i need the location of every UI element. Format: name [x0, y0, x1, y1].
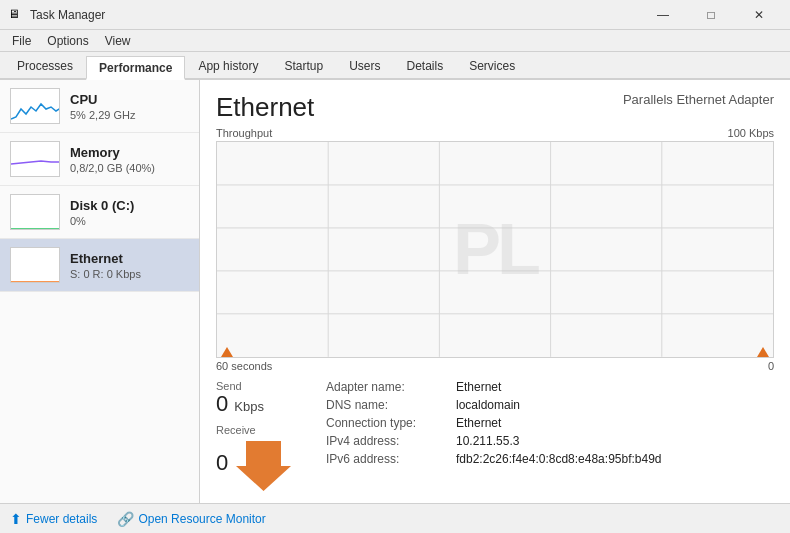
ethernet-info: Ethernet S: 0 R: 0 Kbps — [70, 251, 189, 280]
connection-val: Ethernet — [456, 416, 501, 430]
tab-app-history[interactable]: App history — [185, 54, 271, 78]
menu-file[interactable]: File — [4, 32, 39, 50]
fewer-details-label: Fewer details — [26, 512, 97, 526]
titlebar: 🖥 Task Manager — □ ✕ — [0, 0, 790, 30]
app-title: Task Manager — [30, 8, 640, 22]
menu-view[interactable]: View — [97, 32, 139, 50]
sidebar-item-cpu[interactable]: CPU 5% 2,29 GHz — [0, 80, 199, 133]
info-table: Adapter name: Ethernet DNS name: localdo… — [326, 380, 774, 470]
tab-performance[interactable]: Performance — [86, 56, 185, 80]
graph-time-labels: 60 seconds 0 — [216, 360, 774, 372]
ethernet-thumb — [10, 247, 60, 283]
memory-sublabel: 0,8/2,0 GB (40%) — [70, 162, 189, 174]
memory-mini-graph — [11, 142, 60, 177]
graph-marker-right — [757, 347, 769, 357]
detail-title: Ethernet — [216, 92, 314, 123]
disk-info: Disk 0 (C:) 0% — [70, 198, 189, 227]
cpu-mini-graph — [11, 89, 60, 124]
info-row-adapter: Adapter name: Ethernet — [326, 380, 774, 394]
dns-key: DNS name: — [326, 398, 456, 412]
open-resource-monitor-label: Open Resource Monitor — [138, 512, 265, 526]
time-right-label: 0 — [768, 360, 774, 372]
ipv4-key: IPv4 address: — [326, 434, 456, 448]
disk-sublabel: 0% — [70, 215, 189, 227]
memory-info: Memory 0,8/2,0 GB (40%) — [70, 145, 189, 174]
info-row-ipv6: IPv6 address: fdb2:2c26:f4e4:0:8cd8:e48a… — [326, 452, 774, 466]
sidebar-item-disk[interactable]: Disk 0 (C:) 0% — [0, 186, 199, 239]
send-unit: Kbps — [234, 399, 264, 414]
info-row-dns: DNS name: localdomain — [326, 398, 774, 412]
stats-column: Send 0 Kbps Receive 0 — [216, 380, 296, 491]
cpu-info: CPU 5% 2,29 GHz — [70, 92, 189, 121]
tabbar: Processes Performance App history Startu… — [0, 52, 790, 80]
menubar: File Options View — [0, 30, 790, 52]
ipv4-val: 10.211.55.3 — [456, 434, 519, 448]
graph-labels: Throughput 100 Kbps — [216, 127, 774, 139]
adapter-val: Ethernet — [456, 380, 501, 394]
scale-label: 100 Kbps — [728, 127, 774, 139]
tab-services[interactable]: Services — [456, 54, 528, 78]
detail-panel: Ethernet Parallels Ethernet Adapter Thro… — [200, 80, 790, 503]
sidebar: CPU 5% 2,29 GHz Memory 0,8/2,0 GB (40%) — [0, 80, 200, 503]
adapter-key: Adapter name: — [326, 380, 456, 394]
bottombar: ⬆ Fewer details 🔗 Open Resource Monitor — [0, 503, 790, 533]
svg-rect-2 — [11, 195, 60, 230]
graph-svg — [217, 142, 773, 357]
resource-monitor-icon: 🔗 — [117, 511, 134, 527]
send-value: 0 Kbps — [216, 392, 296, 416]
sidebar-item-memory[interactable]: Memory 0,8/2,0 GB (40%) — [0, 133, 199, 186]
ethernet-sublabel: S: 0 R: 0 Kbps — [70, 268, 189, 280]
cpu-thumb — [10, 88, 60, 124]
ethernet-label: Ethernet — [70, 251, 189, 266]
svg-rect-3 — [11, 248, 60, 283]
tab-users[interactable]: Users — [336, 54, 393, 78]
adapter-name-display: Parallels Ethernet Adapter — [623, 92, 774, 107]
minimize-button[interactable]: — — [640, 0, 686, 30]
fewer-details-link[interactable]: ⬆ Fewer details — [10, 511, 97, 527]
sidebar-item-ethernet[interactable]: Ethernet S: 0 R: 0 Kbps — [0, 239, 199, 292]
detail-header: Ethernet Parallels Ethernet Adapter — [216, 92, 774, 123]
graph-marker-left — [221, 347, 233, 357]
ipv6-val: fdb2:2c26:f4e4:0:8cd8:e48a:95bf:b49d — [456, 452, 662, 466]
send-stat: Send 0 Kbps — [216, 380, 296, 416]
time-left-label: 60 seconds — [216, 360, 272, 372]
receive-value: 0 — [216, 436, 296, 491]
tab-startup[interactable]: Startup — [271, 54, 336, 78]
ipv6-key: IPv6 address: — [326, 452, 456, 466]
connection-key: Connection type: — [326, 416, 456, 430]
info-row-ipv4: IPv4 address: 10.211.55.3 — [326, 434, 774, 448]
receive-label: Receive — [216, 424, 296, 436]
maximize-button[interactable]: □ — [688, 0, 734, 30]
cpu-sublabel: 5% 2,29 GHz — [70, 109, 189, 121]
tab-details[interactable]: Details — [393, 54, 456, 78]
tab-processes[interactable]: Processes — [4, 54, 86, 78]
close-button[interactable]: ✕ — [736, 0, 782, 30]
disk-label: Disk 0 (C:) — [70, 198, 189, 213]
main-content: CPU 5% 2,29 GHz Memory 0,8/2,0 GB (40%) — [0, 80, 790, 503]
info-row-connection: Connection type: Ethernet — [326, 416, 774, 430]
receive-stat: Receive 0 — [216, 424, 296, 491]
open-resource-monitor-link[interactable]: 🔗 Open Resource Monitor — [117, 511, 265, 527]
dns-val: localdomain — [456, 398, 520, 412]
throughput-label: Throughput — [216, 127, 272, 139]
menu-options[interactable]: Options — [39, 32, 96, 50]
ethernet-mini-graph — [11, 248, 60, 283]
chevron-up-icon: ⬆ — [10, 511, 22, 527]
svg-rect-1 — [11, 142, 60, 177]
svg-marker-12 — [236, 441, 291, 491]
window-controls: — □ ✕ — [640, 0, 782, 30]
disk-mini-graph — [11, 195, 60, 230]
send-label: Send — [216, 380, 296, 392]
throughput-graph: PL — [216, 141, 774, 358]
app-icon: 🖥 — [8, 7, 24, 23]
arrow-down-icon — [236, 436, 291, 491]
cpu-label: CPU — [70, 92, 189, 107]
memory-thumb — [10, 141, 60, 177]
svg-rect-0 — [11, 89, 60, 124]
disk-thumb — [10, 194, 60, 230]
memory-label: Memory — [70, 145, 189, 160]
